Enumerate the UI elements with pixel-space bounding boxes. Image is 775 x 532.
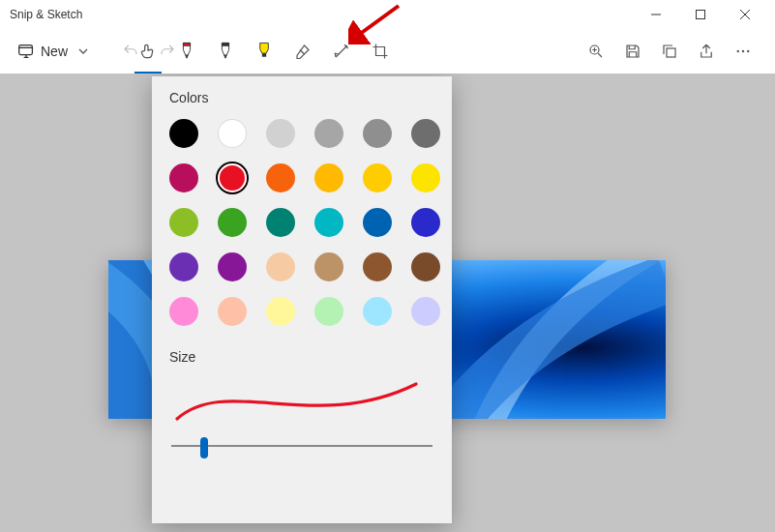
svg-rect-4	[19, 45, 33, 55]
color-swatches	[169, 119, 434, 326]
color-swatch-light-orange[interactable]	[218, 297, 247, 326]
app-window: Snip & Sketch New	[0, 0, 775, 532]
size-slider-thumb[interactable]	[200, 437, 208, 458]
color-swatch-dark-gray[interactable]	[363, 119, 392, 148]
zoom-button[interactable]	[578, 33, 614, 70]
canvas-area[interactable]: Colors Size	[0, 74, 775, 532]
color-swatch-purple[interactable]	[169, 252, 198, 281]
close-button[interactable]	[723, 0, 767, 29]
size-heading: Size	[169, 349, 434, 365]
color-swatch-light-yellow[interactable]	[266, 297, 295, 326]
color-swatch-light-blue[interactable]	[363, 297, 392, 326]
color-swatch-lavender[interactable]	[411, 297, 440, 326]
color-swatch-orange[interactable]	[266, 163, 295, 192]
copy-button[interactable]	[651, 33, 688, 70]
color-swatch-teal[interactable]	[266, 208, 295, 237]
share-button[interactable]	[688, 33, 725, 70]
color-swatch-dark-brown[interactable]	[411, 252, 440, 281]
window-controls	[634, 0, 767, 29]
color-swatch-yellow-amber[interactable]	[363, 163, 392, 192]
highlighter-button[interactable]	[245, 33, 283, 70]
color-swatch-gray[interactable]	[314, 119, 343, 148]
crop-button[interactable]	[361, 33, 400, 70]
color-swatch-green[interactable]	[218, 208, 247, 237]
pen-options-popup: Colors Size	[152, 76, 452, 523]
color-swatch-white[interactable]	[218, 119, 247, 148]
color-swatch-violet[interactable]	[218, 252, 247, 281]
new-button-label: New	[41, 44, 68, 59]
colors-heading: Colors	[169, 90, 434, 105]
size-preview-stroke	[169, 378, 434, 429]
color-swatch-yellow[interactable]	[411, 163, 440, 192]
more-button[interactable]	[725, 33, 761, 70]
color-swatch-light-gray[interactable]	[266, 119, 295, 148]
new-dropdown[interactable]	[72, 33, 95, 70]
toolbar: New	[0, 29, 775, 74]
minimize-button[interactable]	[634, 0, 678, 29]
color-swatch-light-green[interactable]	[314, 297, 343, 326]
svg-rect-1	[697, 10, 705, 18]
color-swatch-blue[interactable]	[363, 208, 392, 237]
window-title: Snip & Sketch	[8, 8, 82, 21]
save-button[interactable]	[614, 33, 651, 70]
color-swatch-pink[interactable]	[169, 297, 198, 326]
color-swatch-lime[interactable]	[169, 208, 198, 237]
color-swatch-tan[interactable]	[314, 252, 343, 281]
size-slider[interactable]	[171, 445, 432, 447]
ballpoint-pen-button[interactable]	[167, 33, 206, 70]
color-swatch-brown[interactable]	[363, 252, 392, 281]
color-swatch-gold[interactable]	[314, 163, 343, 192]
color-swatch-red[interactable]	[218, 163, 247, 192]
color-swatch-cyan[interactable]	[314, 208, 343, 237]
color-swatch-black[interactable]	[169, 119, 198, 148]
touch-writing-button[interactable]	[129, 33, 167, 70]
drawing-tools	[129, 33, 400, 70]
maximize-button[interactable]	[678, 0, 723, 29]
titlebar: Snip & Sketch	[0, 0, 775, 29]
color-swatch-indigo[interactable]	[411, 208, 440, 237]
pencil-button[interactable]	[206, 33, 245, 70]
svg-point-9	[742, 50, 744, 52]
svg-rect-5	[261, 53, 265, 57]
svg-point-8	[737, 50, 739, 52]
eraser-button[interactable]	[283, 33, 322, 70]
svg-point-10	[747, 50, 749, 52]
ruler-button[interactable]	[322, 33, 361, 70]
color-swatch-darker-gray[interactable]	[411, 119, 440, 148]
color-swatch-rose[interactable]	[169, 163, 198, 192]
color-swatch-peach[interactable]	[266, 252, 295, 281]
svg-rect-7	[667, 48, 675, 57]
new-button[interactable]: New	[14, 39, 72, 64]
